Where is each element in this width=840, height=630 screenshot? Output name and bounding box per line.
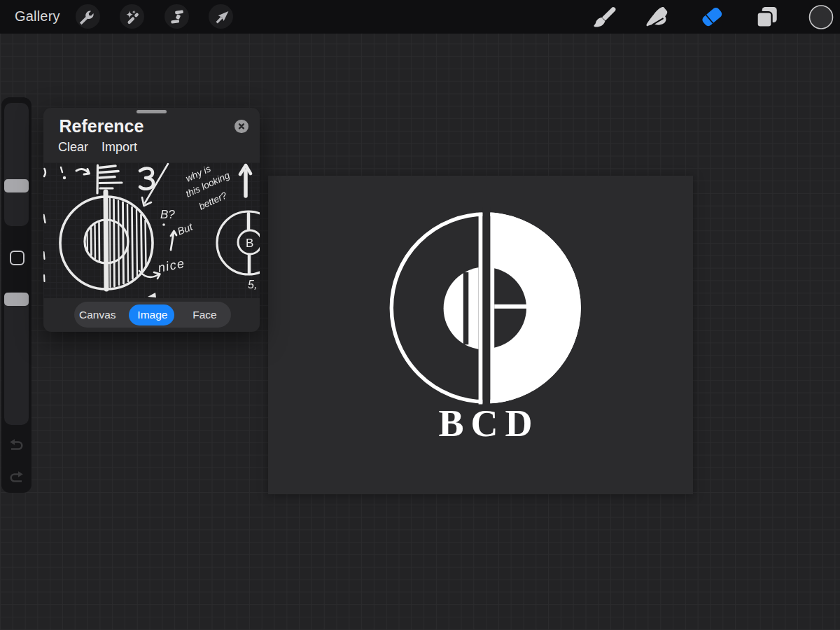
svg-text:B?: B? xyxy=(160,208,175,221)
svg-text:better?: better? xyxy=(197,190,229,212)
svg-text:5,: 5, xyxy=(248,279,257,290)
svg-text:But: But xyxy=(176,220,195,237)
svg-text:nice: nice xyxy=(157,256,186,275)
svg-text:B: B xyxy=(246,237,253,250)
